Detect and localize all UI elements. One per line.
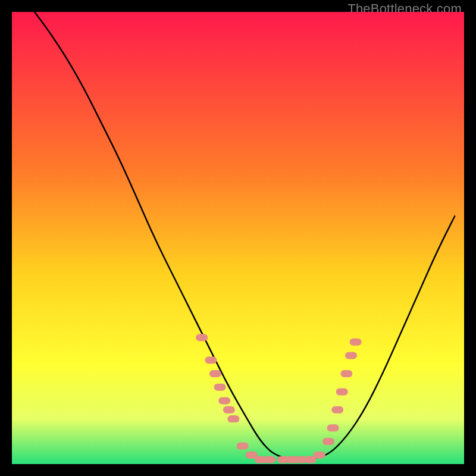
curve-marker	[322, 438, 334, 445]
curve-marker	[314, 452, 325, 459]
curve-marker	[350, 339, 362, 346]
curve-marker	[218, 397, 230, 405]
curve-marker	[327, 424, 339, 431]
curve-marker	[345, 352, 357, 359]
curve-marker	[196, 334, 208, 341]
curve-marker	[331, 406, 343, 414]
curve-marker	[237, 443, 249, 450]
curve-marker	[340, 370, 352, 377]
curve-marker	[227, 415, 239, 422]
curve-marker	[264, 456, 275, 463]
bottleneck-chart	[12, 12, 464, 464]
curve-marker	[336, 388, 348, 395]
curve-marker	[209, 370, 221, 377]
chart-frame	[12, 12, 464, 464]
curve-marker	[214, 384, 226, 391]
curve-marker	[223, 406, 235, 414]
curve-marker	[205, 356, 217, 364]
